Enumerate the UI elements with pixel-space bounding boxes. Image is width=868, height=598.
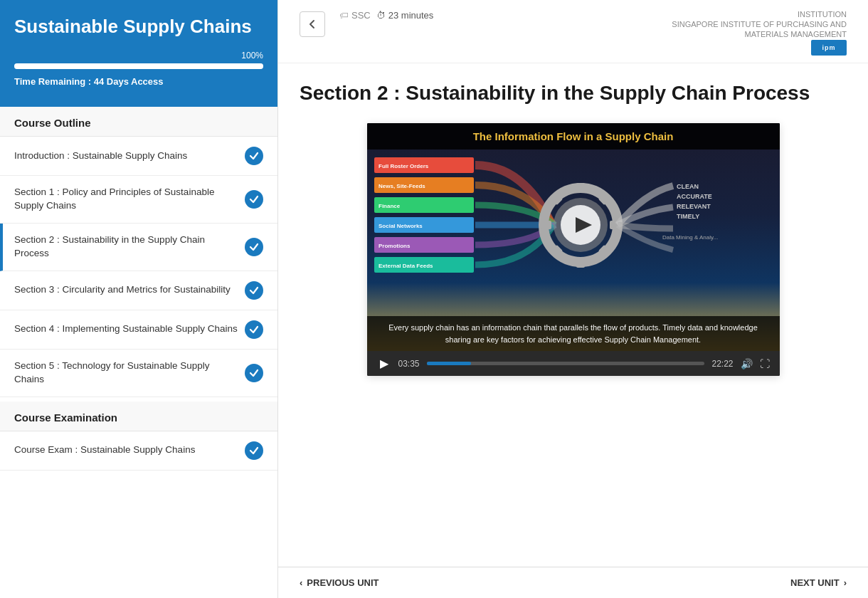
video-title-bar: The Information Flow in a Supply Chain xyxy=(367,123,780,150)
check-icon xyxy=(245,320,263,339)
ssc-label: SSC xyxy=(351,10,371,21)
play-button[interactable]: ▶ xyxy=(377,357,391,370)
exam-section-header: Course Examination xyxy=(0,402,277,431)
video-caption: Every supply chain has an information ch… xyxy=(367,316,780,351)
progress-label: 100% xyxy=(14,51,263,61)
ssc-tag: 🏷 SSC xyxy=(339,10,371,21)
svg-text:Data Mining & Analy...: Data Mining & Analy... xyxy=(662,234,718,241)
institution-logo-text: ipm xyxy=(822,44,835,51)
main-header: 🏷 SSC ⏱ 23 minutes INSTITUTION SINGAPORE… xyxy=(278,0,868,63)
sidebar-item-section2[interactable]: Section 2 : Sustainability in the Supply… xyxy=(0,224,277,271)
institution-label: INSTITUTION xyxy=(798,10,847,19)
video-preview: The Information Flow in a Supply Chain F… xyxy=(367,123,780,351)
header-meta: 🏷 SSC ⏱ 23 minutes xyxy=(339,10,657,21)
tag-icon: 🏷 xyxy=(339,10,349,21)
main-content: 🏷 SSC ⏱ 23 minutes INSTITUTION SINGAPORE… xyxy=(277,0,868,598)
sidebar-item-label: Section 3 : Circularity and Metrics for … xyxy=(14,283,245,297)
sidebar-item-section3[interactable]: Section 3 : Circularity and Metrics for … xyxy=(0,271,277,310)
sidebar-item-label: Course Exam : Sustainable Supply Chains xyxy=(14,444,245,457)
sidebar-header: Sustainable Supply Chains 100% Time Rema… xyxy=(0,0,277,107)
check-icon xyxy=(245,364,263,382)
svg-text:ACCURATE: ACCURATE xyxy=(677,193,712,200)
svg-text:News, Site-Feeds: News, Site-Feeds xyxy=(379,183,425,189)
time-remaining: Time Remaining : 44 Days Access xyxy=(14,76,263,87)
sidebar-item-label: Section 5 : Technology for Sustainable S… xyxy=(14,360,245,387)
clock-icon: ⏱ xyxy=(376,10,386,21)
video-controls: ▶ 03:35 22:22 🔊 ⛶ xyxy=(367,351,780,376)
sidebar-item-label: Introduction : Sustainable Supply Chains xyxy=(14,150,245,163)
svg-text:TIMELY: TIMELY xyxy=(677,213,699,220)
check-icon xyxy=(245,190,263,209)
sidebar-item-intro[interactable]: Introduction : Sustainable Supply Chains xyxy=(0,137,277,176)
sidebar-item-exam[interactable]: Course Exam : Sustainable Supply Chains xyxy=(0,431,277,471)
exam-items: Course Exam : Sustainable Supply Chains xyxy=(0,431,277,471)
institution-name2: MATERIALS MANAGEMENT xyxy=(745,30,847,38)
prev-arrow-icon: ‹ xyxy=(300,577,302,588)
sidebar-item-label: Section 1 : Policy and Principles of Sus… xyxy=(14,186,245,213)
video-duration: 22:22 xyxy=(711,359,733,369)
svg-rect-16 xyxy=(541,221,551,229)
next-unit-button[interactable]: NEXT UNIT › xyxy=(790,577,847,588)
video-player: The Information Flow in a Supply Chain F… xyxy=(367,123,780,376)
next-arrow-icon: › xyxy=(844,577,847,588)
info-flow-diagram: Full Roster Orders News, Site-Feeds Fina… xyxy=(367,150,780,300)
svg-text:Promotions: Promotions xyxy=(379,243,411,249)
current-time: 03:35 xyxy=(398,359,420,369)
main-footer: ‹ PREVIOUS UNIT NEXT UNIT › xyxy=(278,567,868,598)
svg-text:Finance: Finance xyxy=(379,203,401,209)
sidebar-content: Course Outline Introduction : Sustainabl… xyxy=(0,107,277,598)
fullscreen-button[interactable]: ⛶ xyxy=(760,358,770,369)
progress-played xyxy=(427,362,472,365)
meta-top: 🏷 SSC ⏱ 23 minutes xyxy=(339,10,657,21)
back-arrow-icon xyxy=(307,19,318,30)
svg-text:External Data Feeds: External Data Feeds xyxy=(379,263,433,269)
sidebar: Sustainable Supply Chains 100% Time Rema… xyxy=(0,0,277,598)
sidebar-item-section1[interactable]: Section 1 : Policy and Principles of Sus… xyxy=(0,176,277,224)
prev-unit-button[interactable]: ‹ PREVIOUS UNIT xyxy=(300,577,379,588)
prev-unit-label: PREVIOUS UNIT xyxy=(307,577,379,588)
main-body: Section 2 : Sustainability in the Supply… xyxy=(278,63,868,567)
volume-button[interactable]: 🔊 xyxy=(741,358,753,369)
svg-rect-15 xyxy=(576,258,585,268)
video-content-area: Full Roster Orders News, Site-Feeds Fina… xyxy=(367,155,780,294)
check-icon xyxy=(245,147,263,165)
sidebar-item-section4[interactable]: Section 4 : Implementing Sustainable Sup… xyxy=(0,310,277,350)
svg-text:Full Roster Orders: Full Roster Orders xyxy=(379,163,429,169)
institution-name: SINGAPORE INSTITUTE OF PURCHASING AND xyxy=(672,20,847,28)
content-title: Section 2 : Sustainability in the Supply… xyxy=(300,80,847,106)
svg-text:Social Networks: Social Networks xyxy=(379,223,423,229)
progress-bar-fill xyxy=(14,63,263,69)
svg-rect-14 xyxy=(576,183,585,193)
institution-logo: ipm xyxy=(811,40,847,56)
duration-display: ⏱ 23 minutes xyxy=(376,10,434,21)
course-title: Sustainable Supply Chains xyxy=(14,16,263,38)
check-icon xyxy=(245,281,263,300)
outline-section-header: Course Outline xyxy=(0,107,277,137)
check-icon xyxy=(245,238,263,256)
institution-block: INSTITUTION SINGAPORE INSTITUTE OF PURCH… xyxy=(672,10,847,56)
back-button[interactable] xyxy=(300,11,325,37)
svg-text:RELEVANT: RELEVANT xyxy=(677,203,711,210)
svg-text:CLEAN: CLEAN xyxy=(677,183,699,190)
outline-items: Introduction : Sustainable Supply Chains… xyxy=(0,137,277,397)
sidebar-item-section5[interactable]: Section 5 : Technology for Sustainable S… xyxy=(0,350,277,397)
sidebar-item-label: Section 2 : Sustainability in the Supply… xyxy=(14,234,245,261)
progress-bar-container xyxy=(14,63,263,69)
progress-track[interactable] xyxy=(427,362,705,365)
duration-value: 23 minutes xyxy=(388,10,434,21)
check-icon xyxy=(245,441,263,460)
next-unit-label: NEXT UNIT xyxy=(790,577,840,588)
sidebar-item-label: Section 4 : Implementing Sustainable Sup… xyxy=(14,322,245,336)
